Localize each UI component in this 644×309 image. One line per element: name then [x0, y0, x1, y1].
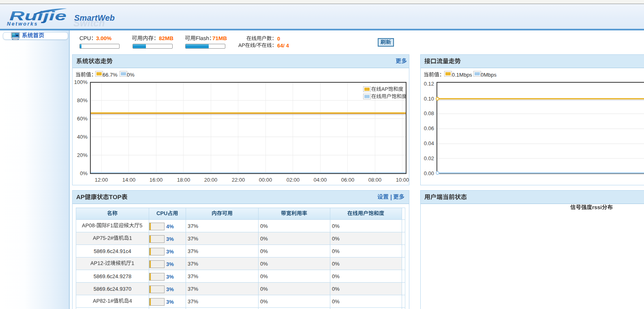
svg-text:Networks: Networks: [7, 21, 38, 27]
